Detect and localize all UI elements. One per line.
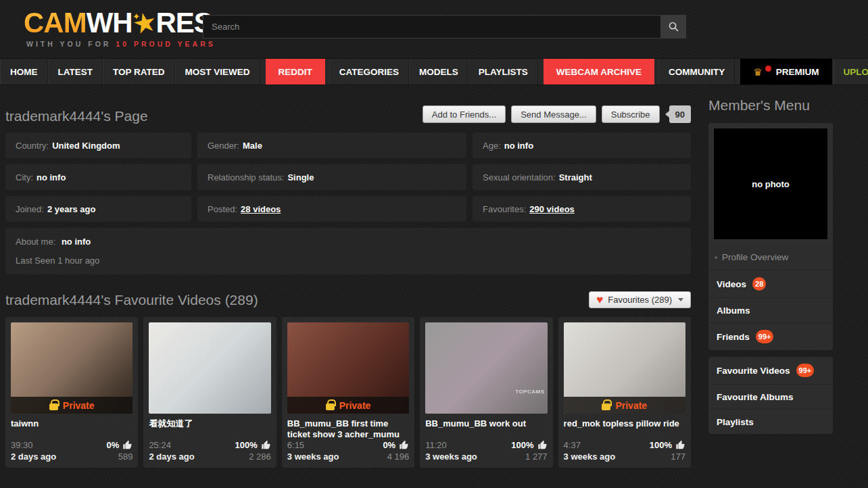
video-thumbnail[interactable]: Private bbox=[287, 322, 409, 414]
video-title[interactable]: BB_mumu_BB first time ticket show 3 ache… bbox=[287, 418, 409, 439]
add-to-friends-button[interactable]: Add to Friends... bbox=[423, 105, 506, 123]
sidebar-item-playlists[interactable]: Playlists bbox=[708, 409, 833, 434]
video-title[interactable]: BB_mumu_BB work out bbox=[425, 418, 547, 429]
logo-tagline: WITH YOU FOR 10 PROUD YEARS bbox=[26, 40, 216, 48]
info-label: Gender: bbox=[208, 141, 239, 151]
nav-most-viewed[interactable]: MOST VIEWED bbox=[175, 59, 260, 84]
sidebar-item-friends[interactable]: Friends 99+ bbox=[708, 322, 833, 350]
sidebar-item-favourite-albums[interactable]: Favourite Albums bbox=[708, 384, 833, 409]
members-menu: Member's Menu no photo Profile Overview … bbox=[708, 95, 833, 434]
info-value: no info bbox=[37, 172, 66, 182]
video-views: 589 bbox=[118, 451, 133, 462]
nav-premium[interactable]: ♛ PREMIUM bbox=[740, 59, 831, 84]
profile-photo-card: no photo bbox=[708, 123, 833, 245]
info-label: Posted: bbox=[208, 204, 237, 214]
thumbs-up-icon bbox=[261, 440, 271, 450]
search-icon bbox=[668, 21, 679, 32]
video-card[interactable]: Private BB_mumu_BB first time ticket sho… bbox=[282, 317, 414, 468]
posted-videos-link[interactable]: 28 videos bbox=[241, 204, 281, 214]
nav-categories[interactable]: CATEGORIES bbox=[329, 59, 409, 84]
site-logo[interactable]: CAMWH★✦RES WITH YOU FOR 10 PROUD YEARS bbox=[24, 8, 216, 48]
sidebar-item-albums[interactable]: Albums bbox=[708, 297, 833, 322]
favourite-videos-link[interactable]: 290 videos bbox=[529, 204, 575, 214]
info-posted: Posted: 28 videos bbox=[197, 196, 466, 222]
video-card[interactable]: TOPCAMS BB_mumu_BB work out 11:20 100% 3… bbox=[420, 317, 552, 468]
nav-top-rated[interactable]: TOP RATED bbox=[103, 59, 175, 84]
sidebar-item-label: Videos bbox=[717, 279, 746, 289]
nav-playlists[interactable]: PLAYLISTS bbox=[468, 59, 538, 84]
info-label: Country: bbox=[16, 141, 49, 151]
nav-community[interactable]: COMMUNITY bbox=[658, 59, 735, 84]
about-line: About me: no info bbox=[16, 237, 681, 247]
nav-models[interactable]: MODELS bbox=[409, 59, 468, 84]
video-title[interactable]: red_mok topless pillow ride bbox=[564, 418, 685, 429]
nav-home[interactable]: HOME bbox=[0, 59, 48, 84]
info-favourites: Favourites: 290 videos bbox=[473, 196, 691, 222]
info-value: United Kingdom bbox=[52, 141, 120, 151]
sidebar-item-label: Favourite Videos bbox=[717, 366, 790, 376]
search-input[interactable] bbox=[203, 15, 661, 39]
video-thumbnail[interactable]: Private bbox=[564, 322, 685, 414]
profile-header: trademark4444's Page Add to Friends... S… bbox=[5, 95, 691, 124]
nav-premium-label: PREMIUM bbox=[776, 67, 819, 77]
subscribe-button[interactable]: Subscribe bbox=[602, 105, 660, 123]
members-menu-title: Member's Menu bbox=[708, 97, 833, 114]
video-duration: 6:15 bbox=[287, 439, 304, 451]
logo-cam: CAM bbox=[24, 7, 87, 39]
video-thumbnail[interactable]: TOPCAMS bbox=[425, 322, 547, 414]
nav-webcam-archive[interactable]: WEBCAM ARCHIVE bbox=[544, 59, 654, 84]
page-title: trademark4444's Page bbox=[5, 108, 148, 124]
about-value: no info bbox=[62, 237, 91, 247]
sidebar-item-profile-overview[interactable]: Profile Overview bbox=[708, 245, 833, 270]
favourite-videos-count-badge: 99+ bbox=[796, 364, 815, 377]
sidebar-item-favourite-videos[interactable]: Favourite Videos 99+ bbox=[708, 357, 833, 384]
info-label: Sexual orientation: bbox=[483, 172, 556, 182]
profile-info-grid: Country: United Kingdom Gender: Male Age… bbox=[5, 132, 691, 222]
info-value: no info bbox=[504, 141, 533, 151]
thumbs-up-icon bbox=[675, 440, 685, 450]
private-label: Private bbox=[339, 400, 371, 411]
private-badge: Private bbox=[11, 397, 132, 414]
video-card[interactable]: Private red_mok topless pillow ride 4:37… bbox=[558, 317, 691, 468]
video-thumbnail[interactable] bbox=[149, 322, 270, 414]
about-label: About me: bbox=[16, 237, 55, 247]
info-relationship: Relationship status: Single bbox=[197, 164, 466, 190]
info-gender: Gender: Male bbox=[197, 132, 466, 158]
video-thumbnail[interactable]: Private bbox=[11, 322, 132, 414]
private-badge: Private bbox=[564, 397, 685, 414]
video-age: 3 weeks ago bbox=[564, 451, 616, 462]
nav-reddit[interactable]: REDDIT bbox=[266, 59, 325, 84]
favourites-dropdown-label: Favourites (289) bbox=[608, 295, 672, 305]
info-value: Single bbox=[287, 172, 314, 182]
info-label: City: bbox=[16, 172, 33, 182]
favourites-dropdown[interactable]: ♥ Favourites (289) bbox=[589, 291, 691, 308]
info-label: Favourites: bbox=[483, 204, 526, 214]
info-value: 2 years ago bbox=[47, 204, 96, 214]
video-title[interactable]: 看就知道了 bbox=[149, 418, 270, 429]
private-label: Private bbox=[615, 400, 647, 411]
premium-dot-icon bbox=[765, 66, 771, 72]
crown-icon: ♛ bbox=[753, 67, 762, 77]
nav-upload[interactable]: UPLOAD bbox=[834, 59, 868, 84]
no-photo-placeholder: no photo bbox=[714, 128, 827, 239]
video-card[interactable]: Private taiwnn 39:30 0% 2 days ago 589 bbox=[5, 317, 138, 468]
video-age: 2 days ago bbox=[11, 451, 56, 462]
nav-latest[interactable]: LATEST bbox=[48, 59, 103, 84]
logo-star-icon: ★✦ bbox=[129, 6, 158, 40]
search-button[interactable] bbox=[661, 15, 686, 39]
lock-icon bbox=[326, 404, 335, 410]
thumbs-up-icon bbox=[537, 440, 548, 450]
thumbs-up-icon bbox=[122, 440, 132, 450]
video-age: 3 weeks ago bbox=[425, 451, 477, 462]
video-title[interactable]: taiwnn bbox=[11, 418, 132, 429]
send-message-button[interactable]: Send Message... bbox=[511, 105, 596, 123]
favourites-header: trademark4444's Favourite Videos (289) ♥… bbox=[5, 291, 691, 308]
video-card[interactable]: 看就知道了 25:24 100% 2 days ago 2 286 bbox=[143, 317, 276, 468]
sidebar-item-label: Albums bbox=[717, 306, 750, 316]
subscriber-count-badge: 90 bbox=[669, 105, 691, 123]
video-meta: 39:30 0% 2 days ago 589 bbox=[11, 439, 132, 462]
sidebar-item-label: Friends bbox=[717, 332, 750, 342]
sidebar-item-videos[interactable]: Videos 28 bbox=[708, 270, 833, 297]
lock-icon bbox=[49, 404, 58, 410]
video-duration: 25:24 bbox=[149, 439, 171, 451]
